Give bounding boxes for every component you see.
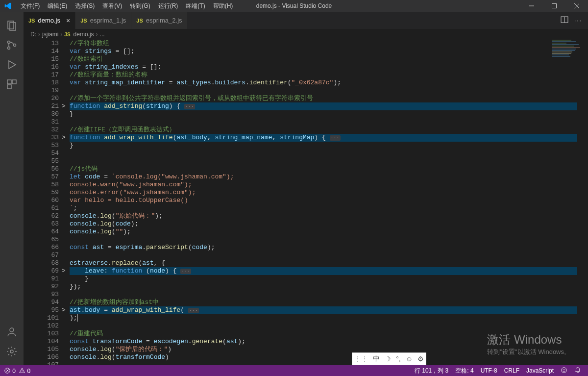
menu-item[interactable]: 文件(F) bbox=[17, 0, 44, 12]
menu-item[interactable]: 帮助(H) bbox=[209, 0, 237, 12]
fold-icon[interactable]: > bbox=[61, 267, 67, 275]
ime-moon-icon[interactable]: ☽ bbox=[385, 355, 391, 363]
status-language[interactable]: JavaScript bbox=[526, 367, 554, 374]
code-line[interactable]: 17//数组字面量：数组的名称 bbox=[70, 71, 549, 79]
menu-item[interactable]: 查看(V) bbox=[98, 0, 126, 12]
menu-item[interactable]: 转到(G) bbox=[126, 0, 154, 12]
split-editor-icon[interactable] bbox=[561, 16, 568, 25]
line-number: 59 bbox=[24, 189, 59, 197]
menu-item[interactable]: 终端(T) bbox=[182, 0, 209, 12]
code-line[interactable]: 33>function add_wrap_with_life(ast_body,… bbox=[70, 134, 549, 142]
code-line[interactable]: 105console.log("保护后的代码：") bbox=[70, 346, 549, 353]
code-line[interactable]: 57let code = `console.log("www.jshaman.c… bbox=[70, 173, 549, 181]
minimize-button[interactable] bbox=[520, 0, 543, 12]
status-notifications-icon[interactable] bbox=[574, 367, 581, 375]
code-line[interactable]: 15//数组索引 bbox=[70, 55, 549, 63]
editor-tab[interactable]: JSesprima_2.js bbox=[131, 12, 187, 29]
code-line[interactable]: 68estraverse.replace(ast, { bbox=[70, 259, 549, 267]
more-actions-icon[interactable]: ··· bbox=[574, 17, 582, 24]
code-line[interactable]: 21>function add_string(string) { ··· bbox=[70, 102, 549, 110]
ime-mode[interactable]: 中 bbox=[373, 354, 380, 363]
close-button[interactable] bbox=[565, 0, 588, 12]
code-line[interactable]: 53} bbox=[70, 142, 549, 150]
fold-icon[interactable]: > bbox=[61, 134, 67, 142]
fold-icon[interactable]: > bbox=[61, 306, 67, 314]
code-line[interactable]: 59console.error("www.jshaman.com"); bbox=[70, 189, 549, 197]
code-line[interactable]: 92}); bbox=[70, 283, 549, 291]
ime-smiley-icon[interactable]: ☺ bbox=[406, 355, 413, 363]
line-number: 53 bbox=[24, 142, 59, 150]
code-line[interactable]: 95>ast.body = add_wrap_with_life( ··· bbox=[70, 306, 549, 314]
code-line[interactable]: 106console.log(transformCode) bbox=[70, 353, 549, 361]
code-line[interactable]: 14var strings = []; bbox=[70, 48, 549, 55]
status-line-col[interactable]: 行 101，列 3 bbox=[415, 367, 448, 375]
ime-gear-icon[interactable]: ⚙ bbox=[417, 355, 424, 363]
line-number: 68 bbox=[24, 259, 59, 267]
status-errors[interactable]: 0 bbox=[4, 367, 16, 375]
code-line[interactable]: 64console.log(""); bbox=[70, 228, 549, 236]
code-line[interactable]: 65 bbox=[70, 236, 549, 244]
code-line[interactable]: 91 } bbox=[70, 275, 549, 283]
menu-item[interactable]: 编辑(E) bbox=[44, 0, 71, 12]
line-number: 106 bbox=[24, 353, 59, 361]
line-number: 62 bbox=[24, 212, 59, 220]
editor-tab[interactable]: JSesprima_1.js bbox=[75, 12, 131, 29]
editor-tab[interactable]: JSdemo.js× bbox=[24, 12, 75, 29]
ime-temp-icon[interactable]: °, bbox=[396, 355, 401, 363]
status-eol[interactable]: CRLF bbox=[504, 367, 519, 374]
minimap[interactable] bbox=[552, 40, 581, 138]
code-line[interactable]: 107 bbox=[70, 361, 549, 365]
code-line[interactable]: 31 bbox=[70, 118, 549, 126]
explorer-icon[interactable] bbox=[0, 16, 24, 35]
status-warnings[interactable]: 0 bbox=[19, 367, 30, 375]
settings-gear-icon[interactable] bbox=[0, 342, 24, 361]
code-line[interactable]: 94//把新增的数组内容加到ast中 bbox=[70, 299, 549, 306]
code-line[interactable]: 63console.log(code); bbox=[70, 220, 549, 228]
menu-item[interactable]: 运行(R) bbox=[154, 0, 182, 12]
ime-toolbar[interactable]: ⋮⋮ 中 ☽ °, ☺ ⚙ bbox=[352, 352, 426, 365]
code-line[interactable]: 60var hello = hello.toUpperCase() bbox=[70, 197, 549, 204]
line-number: 32 bbox=[24, 126, 59, 134]
line-number: 107 bbox=[24, 361, 59, 365]
code-line[interactable]: 19 bbox=[70, 87, 549, 95]
code-line[interactable]: 16var string_indexes = []; bbox=[70, 63, 549, 71]
code-line[interactable]: 30} bbox=[70, 110, 549, 118]
line-number: 18 bbox=[24, 79, 59, 87]
extensions-icon[interactable] bbox=[0, 75, 24, 94]
code-line[interactable]: 54 bbox=[70, 150, 549, 157]
code-line[interactable]: 55 bbox=[70, 157, 549, 165]
line-number: 13 bbox=[24, 40, 59, 48]
code-editor[interactable]: 13//字符串数组14var strings = [];15//数组索引16va… bbox=[24, 40, 588, 365]
code-line[interactable]: 104const transformCode = escodegen.gener… bbox=[70, 338, 549, 346]
line-number: 30 bbox=[24, 110, 59, 118]
ime-drag-icon[interactable]: ⋮⋮ bbox=[354, 355, 368, 363]
source-control-icon[interactable] bbox=[0, 35, 24, 55]
code-line[interactable]: 56//js代码 bbox=[70, 165, 549, 173]
code-line[interactable]: 20//添加一个字符串到公共字符串数组并返回索引号，或从数组中获得已有字符串索引… bbox=[70, 95, 549, 102]
code-line[interactable]: 18var string_map_identifier = ast_types.… bbox=[70, 79, 549, 87]
code-line[interactable]: 13//字符串数组 bbox=[70, 40, 549, 48]
menu-item[interactable]: 选择(S) bbox=[71, 0, 98, 12]
code-line[interactable]: 67 bbox=[70, 251, 549, 259]
accounts-icon[interactable] bbox=[0, 322, 24, 342]
close-icon[interactable]: × bbox=[66, 17, 70, 25]
code-line[interactable]: 61`; bbox=[70, 204, 549, 212]
code-line[interactable]: 93 bbox=[70, 291, 549, 299]
run-debug-icon[interactable] bbox=[0, 55, 24, 75]
code-line[interactable]: 69> leave: function (node) { ··· bbox=[70, 267, 549, 275]
status-encoding[interactable]: UTF-8 bbox=[481, 367, 497, 374]
maximize-button[interactable] bbox=[543, 0, 565, 12]
line-number: 20 bbox=[24, 95, 59, 102]
code-line[interactable]: 101); bbox=[70, 314, 549, 322]
code-line[interactable]: 58console.warn("www.jshaman.com"); bbox=[70, 181, 549, 189]
svg-rect-11 bbox=[7, 85, 11, 89]
code-line[interactable]: 102 bbox=[70, 322, 549, 330]
code-line[interactable]: 103//重建代码 bbox=[70, 330, 549, 338]
code-line[interactable]: 32//创建IIFE（立即调用函数表达式） bbox=[70, 126, 549, 134]
code-line[interactable]: 66const ast = esprima.parseScript(code); bbox=[70, 244, 549, 251]
status-indentation[interactable]: 空格: 4 bbox=[455, 367, 473, 375]
fold-icon[interactable]: > bbox=[61, 102, 67, 110]
code-line[interactable]: 62console.log("原始代码："); bbox=[70, 212, 549, 220]
breadcrumb[interactable]: D: › jsjiami › JS demo.js › ... bbox=[24, 29, 588, 40]
status-feedback-icon[interactable] bbox=[561, 367, 567, 375]
